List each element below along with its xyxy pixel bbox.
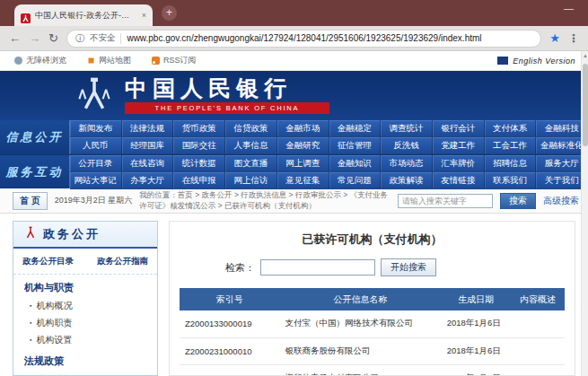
nav-item[interactable]: 银行会计: [433, 120, 485, 137]
english-version-link[interactable]: English Version: [497, 57, 575, 66]
nav-item[interactable]: 人事信息: [225, 137, 277, 154]
nav-item[interactable]: 在线申报: [173, 172, 225, 189]
nav-item[interactable]: 金融稳定: [329, 120, 382, 137]
start-search-button[interactable]: 开始搜索: [381, 258, 436, 276]
cell-index-no: Z2000133000019: [180, 310, 280, 337]
nav-item[interactable]: 调查统计: [381, 120, 433, 137]
site-favicon-icon: [21, 11, 31, 21]
site-search-input[interactable]: [398, 194, 493, 208]
nav-item[interactable]: 市场动态: [381, 155, 433, 172]
nav-item[interactable]: 常见问题: [329, 172, 382, 189]
home-button[interactable]: 首 页: [13, 192, 48, 210]
nav-group-services: 服务互动 公开目录 在线咨询 统计数据 图文直播 网上调查 金融知识 市场动态 …: [0, 154, 588, 188]
rss-link[interactable]: RSS订阅: [152, 55, 197, 66]
info-icon[interactable]: ⓘ: [75, 32, 84, 45]
nav-item[interactable]: 人民币: [70, 137, 122, 154]
cell-summary: [511, 310, 565, 337]
scrollbar-up-icon[interactable]: ▲: [582, 53, 588, 58]
nav-item[interactable]: 支付体系: [485, 120, 537, 137]
nav-item[interactable]: 汇率牌价: [433, 155, 485, 172]
nav-item[interactable]: 法律法规: [122, 120, 174, 137]
sidebar-header: 政务公开: [13, 222, 157, 249]
advanced-search-link[interactable]: 高级搜索: [543, 195, 579, 207]
nav-item[interactable]: 友情链接: [433, 172, 485, 189]
nav-item[interactable]: 在线咨询: [122, 155, 174, 172]
nav-item[interactable]: 公开目录: [70, 155, 122, 172]
sidebar-link-catalog[interactable]: 政务公开目录: [22, 256, 74, 267]
nav-item[interactable]: 新闻发布: [70, 120, 122, 137]
browser-titlebar: 中国人民银行-政务公开-行政执法信息 × + —: [0, 0, 588, 26]
cell-name[interactable]: 银联商务股份有限公司: [280, 337, 442, 364]
tab-close-icon[interactable]: ×: [142, 11, 146, 20]
nav-item[interactable]: 图文直播: [225, 155, 277, 172]
cell-name[interactable]: 支付宝（中国）网络技术有限公司: [280, 310, 442, 337]
retrieve-input[interactable]: [260, 259, 375, 275]
cell-date: 2018年1月6日: [442, 337, 511, 364]
main-navigation: 信息公开 新闻发布 法律法规 货币政策 信贷政策 金融市场 金融稳定 调查统计 …: [0, 120, 588, 188]
nav-item[interactable]: 党建工作: [433, 137, 485, 154]
sidebar-item[interactable]: ▪ 法律法规: [13, 371, 157, 376]
pbc-logo-icon: [75, 75, 113, 117]
browser-menu-icon[interactable]: ⋮: [568, 32, 579, 45]
sidebar-item-label: 机构设置: [36, 334, 72, 346]
nav-item[interactable]: 金融研究: [277, 137, 329, 154]
new-tab-button[interactable]: +: [162, 5, 177, 21]
sidebar-item-label: 机构职责: [36, 317, 72, 329]
sidebar: 政务公开 政务公开目录 政务公开指南 机构与职责 ▪ 机构概况 ▪ 机构职责 ▪…: [13, 221, 158, 376]
column-header-summary: 内容概述: [511, 288, 565, 310]
url-field[interactable]: ⓘ 不安全 www.pbc.gov.cn/zhengwugongkai/1279…: [66, 30, 541, 48]
nav-item[interactable]: 反洗钱: [381, 137, 433, 154]
nav-item[interactable]: 联系我们: [485, 172, 537, 189]
nav-item[interactable]: 政策解读: [381, 172, 433, 189]
page-title: 已获许可机构（支付机构）: [170, 222, 575, 258]
bank-name-chinese: 中国人民银行: [125, 77, 329, 100]
nav-item[interactable]: 征信管理: [329, 137, 382, 154]
table-row[interactable]: Z2000311000013 资和信电子支付有限公司 2018年5月3日: [180, 364, 565, 376]
nav-item[interactable]: 招聘信息: [485, 155, 537, 172]
breadcrumb: 我的位置：首页 > 政务公开 > 行政执法信息 > 行政审批公示 > 《支付业务…: [139, 190, 391, 210]
nav-item[interactable]: 金融知识: [329, 155, 382, 172]
site-utility-bar: 无障碍浏览 网站地图 RSS订阅 English Version: [0, 51, 588, 71]
nav-item[interactable]: 金融市场: [277, 120, 329, 137]
nav-item[interactable]: 办事大厅: [122, 172, 174, 189]
page-scrollbar[interactable]: ▲: [581, 51, 588, 376]
sidebar-item[interactable]: ▪ 机构职责: [13, 314, 157, 331]
table-row[interactable]: Z2000133000019 支付宝（中国）网络技术有限公司 2018年1月6日: [180, 310, 565, 337]
nav-item[interactable]: 信贷政策: [225, 120, 277, 137]
forward-icon[interactable]: →: [29, 32, 40, 44]
cell-date: 2018年5月3日: [442, 364, 511, 376]
column-header-name: 公开信息名称: [280, 288, 442, 310]
table-row[interactable]: Z2000231000010 银联商务股份有限公司 2018年1月6日: [180, 337, 565, 364]
refresh-icon[interactable]: ↻: [48, 32, 58, 44]
english-version-label: English Version: [513, 57, 575, 66]
sidebar-item-label: 机构概况: [36, 300, 72, 312]
browser-window: 中国人民银行-政务公开-行政执法信息 × + — ← → ↻ ⓘ 不安全 www…: [0, 0, 588, 376]
nav-item[interactable]: 意见征集: [277, 172, 329, 189]
sidebar-link-guide[interactable]: 政务公开指南: [97, 256, 148, 267]
browser-addressbar: ← → ↻ ⓘ 不安全 www.pbc.gov.cn/zhengwugongka…: [0, 26, 588, 51]
nav-item[interactable]: 网上信访: [225, 172, 277, 189]
sidebar-item[interactable]: ▪ 机构设置: [13, 331, 157, 348]
accessibility-icon: [14, 57, 22, 65]
cell-name[interactable]: 资和信电子支付有限公司: [280, 364, 442, 376]
nav-item[interactable]: 网站大事记: [70, 172, 122, 189]
nav-item[interactable]: 网上调查: [277, 155, 329, 172]
browser-tab[interactable]: 中国人民银行-政务公开-行政执法信息 ×: [14, 4, 153, 26]
sidebar-item[interactable]: ▪ 机构概况: [13, 297, 157, 314]
main-panel: 已获许可机构（支付机构） 检索： 开始搜索 索引号 公开信息名称 生成日期 内容…: [169, 221, 575, 376]
nav-item[interactable]: 工会工作: [485, 137, 537, 154]
nav-item[interactable]: 经理国库: [122, 137, 174, 154]
column-header-index: 索引号: [180, 288, 280, 310]
nav-item[interactable]: 统计数据: [173, 155, 225, 172]
nav-item[interactable]: 货币政策: [173, 120, 225, 137]
cell-summary: [511, 364, 565, 376]
scrollbar-thumb[interactable]: [583, 64, 588, 146]
nav-item[interactable]: 国际交往: [173, 137, 225, 154]
accessibility-link[interactable]: 无障碍浏览: [14, 55, 66, 66]
sitemap-link[interactable]: 网站地图: [87, 55, 131, 66]
back-icon[interactable]: ←: [9, 32, 21, 44]
search-button[interactable]: 搜索: [500, 193, 536, 209]
cell-index-no: Z2000231000010: [180, 337, 280, 364]
window-minimize-button[interactable]: —: [564, 3, 574, 13]
bookmark-star-icon[interactable]: ★: [549, 31, 560, 45]
